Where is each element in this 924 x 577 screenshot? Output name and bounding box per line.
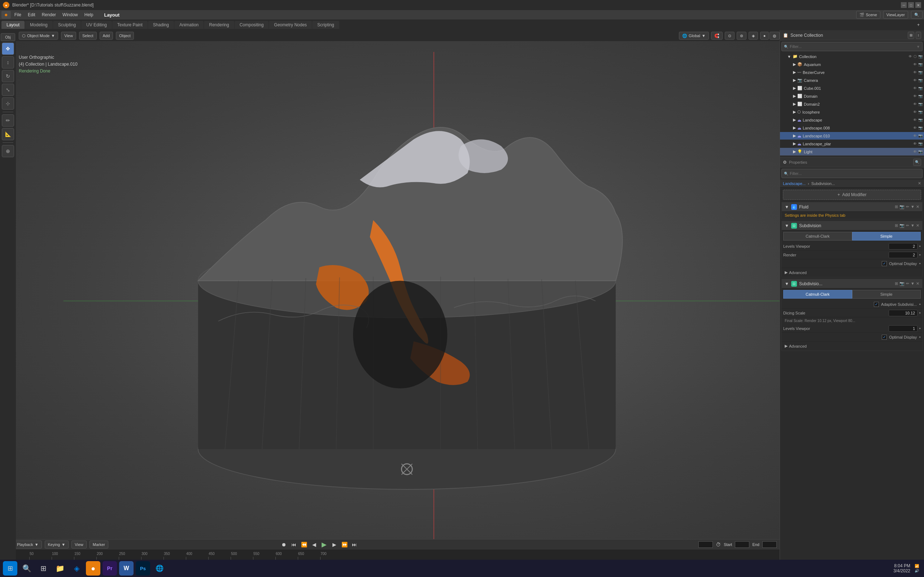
close-breadcrumb[interactable]: ✕ [918, 181, 921, 185]
outliner-item-landscape008[interactable]: ▶ ⛰ Landscape.008 👁 📷 [780, 124, 924, 132]
start-frame-input[interactable]: 1 [735, 541, 749, 548]
end-frame-input[interactable]: 700 [762, 541, 777, 548]
modifier-edit-icon[interactable]: ✏ [906, 281, 909, 286]
menu-render[interactable]: Render [39, 11, 59, 18]
marker-menu[interactable]: Marker [89, 541, 108, 548]
outliner-sort[interactable]: ↕ [916, 32, 921, 39]
system-tray[interactable]: 📶 🔊 [913, 561, 921, 575]
outliner-search[interactable]: 🔍 ▼ [782, 42, 922, 51]
render-value-1[interactable]: 2 [888, 252, 918, 258]
tab-scripting[interactable]: Scripting [312, 21, 339, 29]
modifier-down-icon[interactable]: ▼ [911, 281, 914, 286]
scene-selector[interactable]: 🎬 Scene [856, 11, 880, 19]
optimal-display-checkbox-2[interactable]: ✓ [882, 335, 887, 340]
premiere-taskbar[interactable]: Pr [102, 561, 117, 575]
record-button[interactable]: ⏺ [279, 540, 288, 549]
object-menu[interactable]: Object [116, 32, 134, 40]
render-icon[interactable]: 📷 [918, 55, 922, 58]
material-view[interactable]: ◍ [769, 32, 780, 40]
modifier-down-icon[interactable]: ▼ [911, 223, 914, 228]
menu-file[interactable]: File [11, 11, 24, 18]
render-icon[interactable]: 📷 [918, 70, 922, 74]
tab-shading[interactable]: Shading [148, 21, 174, 29]
photoshop-taskbar[interactable]: Ps [136, 561, 150, 575]
visibility-icon[interactable]: 👁 [913, 62, 917, 66]
start-menu-button[interactable]: ⊞ [3, 561, 17, 575]
prev-keyframe-button[interactable]: ⏪ [300, 540, 308, 549]
modifier-control-icon[interactable]: ⊞ [895, 281, 898, 286]
render-icon[interactable]: 📷 [918, 142, 922, 146]
next-keyframe-button[interactable]: ⏩ [340, 540, 349, 549]
keying-menu[interactable]: Keying ▼ [45, 541, 69, 548]
add-workspace-button[interactable]: + [914, 22, 922, 28]
properties-filter[interactable]: 🔍 [913, 159, 921, 166]
overlay-toggle[interactable]: ⊚ [737, 32, 746, 40]
catmull-clark-tab-1[interactable]: Catmull-Clark [783, 232, 852, 240]
outliner-item-beziercurve[interactable]: ▶ 〰 BezierCurve 👁 📷 [780, 69, 924, 76]
visibility-icon[interactable]: 👁 [913, 150, 917, 154]
advanced-toggle-1[interactable]: ▶ Advanced [782, 268, 922, 277]
add-modifier-button[interactable]: + Add Modifier [783, 190, 921, 200]
modifier-delete-icon[interactable]: ✕ [916, 223, 919, 228]
chrome-taskbar[interactable]: 🌐 [152, 561, 167, 575]
simple-tab-1[interactable]: Simple [852, 232, 921, 240]
optimal-display-checkbox-1[interactable]: ✓ [882, 261, 887, 266]
blender-taskbar[interactable]: ● [86, 561, 100, 575]
advanced-toggle-2[interactable]: ▶ Advanced [782, 342, 922, 351]
expand-icon[interactable]: ▼ [785, 223, 789, 228]
tab-geometry-nodes[interactable]: Geometry Nodes [269, 21, 312, 29]
render-icon[interactable]: 📷 [918, 102, 922, 106]
simple-tab-2[interactable]: Simple [852, 290, 921, 298]
modifier-menu-icon[interactable]: ▼ [911, 205, 914, 209]
modifier-render-icon[interactable]: 📷 [900, 281, 905, 286]
render-icon[interactable]: 📷 [918, 118, 922, 122]
filter-type-icon[interactable]: ▼ [916, 45, 920, 49]
modifier-control-icon[interactable]: ⊞ [895, 205, 898, 209]
render-icon[interactable]: 📷 [918, 150, 922, 154]
search-input[interactable] [790, 44, 915, 49]
outliner-item-icosphere[interactable]: ▶ ⬡ Icosphere 👁 📷 [780, 108, 924, 116]
next-frame-button[interactable]: ▶ [330, 540, 339, 549]
tab-rendering[interactable]: Rendering [204, 21, 234, 29]
breadcrumb-left[interactable]: Landscape... [783, 181, 806, 186]
dicing-scale-value[interactable]: 10.12 [888, 310, 918, 316]
levels-viewport-value-1[interactable]: 2 [888, 243, 918, 250]
visibility-icon[interactable]: 👁 [913, 70, 917, 74]
transform-tool[interactable]: ⊹ [2, 97, 14, 110]
current-frame-input[interactable]: 4 [698, 541, 713, 548]
jump-end-button[interactable]: ⏭ [350, 540, 359, 549]
visibility-icon[interactable]: 👁 [913, 102, 917, 106]
outliner-item-landscape[interactable]: ▶ ⛰ Landscape 👁 📷 [780, 116, 924, 124]
render-icon[interactable]: 📷 [918, 78, 922, 82]
task-view-button[interactable]: ⊞ [36, 561, 50, 575]
modifier-render-icon[interactable]: 📷 [900, 223, 905, 228]
window-controls[interactable]: ─ □ ✕ [901, 2, 921, 8]
rotate-tool[interactable]: ↻ [2, 70, 14, 82]
tab-animation[interactable]: Animation [174, 21, 204, 29]
move-tool[interactable]: ↕ [2, 56, 14, 69]
expand-icon[interactable]: ▼ [785, 281, 789, 286]
modifier-edit-icon[interactable]: ✏ [906, 223, 909, 228]
modifier-edit-icon[interactable]: ✏ [906, 205, 909, 209]
visibility-icon[interactable]: 👁 [913, 142, 917, 146]
outliner-item-aquarium[interactable]: ▶ 📦 Aquarium 👁 📷 [780, 61, 924, 69]
outliner-item-landscape010[interactable]: ▶ ⛰ Landscape.010 👁 📷 [780, 132, 924, 140]
modifier-render-icon[interactable]: 📷 [900, 205, 905, 209]
maximize-button[interactable]: □ [908, 2, 914, 8]
object-mode-selector[interactable]: Obj [1, 33, 15, 41]
viewlayer-selector[interactable]: ViewLayer [883, 11, 908, 19]
tab-sculpting[interactable]: Sculpting [53, 21, 81, 29]
search-button-taskbar[interactable]: 🔍 [19, 561, 34, 575]
modifier-delete-icon[interactable]: ✕ [916, 205, 919, 209]
visibility-icon[interactable]: 👁 [913, 94, 917, 98]
expand-icon[interactable]: ▼ [785, 205, 789, 210]
breadcrumb-right[interactable]: Subdivision... [811, 181, 835, 186]
outliner-item-domain2[interactable]: ▶ ⬜ Domain2 👁 📷 [780, 100, 924, 108]
solid-view[interactable]: ● [760, 32, 769, 40]
visibility-icon[interactable]: 👁 [908, 55, 912, 58]
render-icon[interactable]: 📷 [918, 86, 922, 90]
properties-search-input[interactable] [790, 171, 920, 176]
tab-texture-paint[interactable]: Texture Paint [112, 21, 148, 29]
xray-toggle[interactable]: ◈ [749, 32, 758, 40]
visibility-icon[interactable]: 👁 [913, 118, 917, 122]
